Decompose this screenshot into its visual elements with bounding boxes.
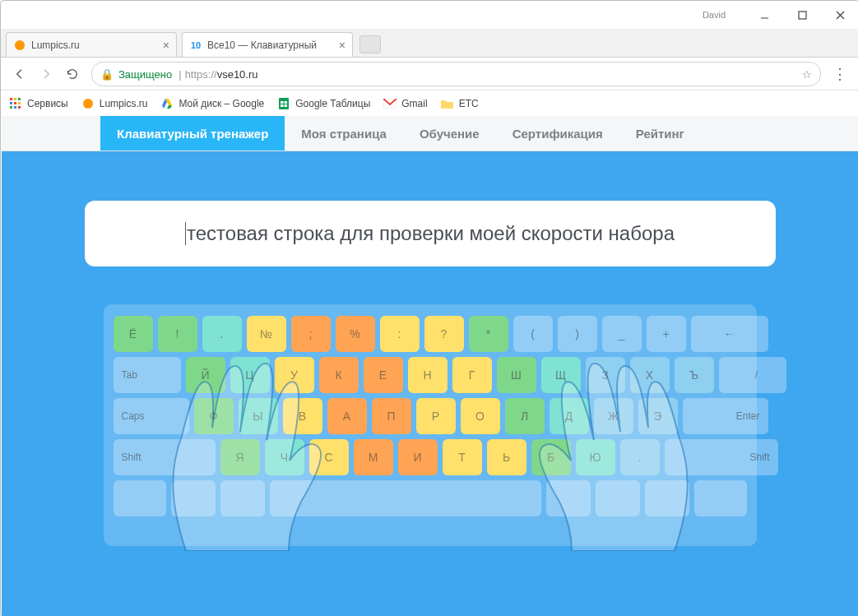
- key[interactable]: /: [719, 357, 786, 393]
- tab-close-icon[interactable]: ×: [163, 39, 169, 51]
- url-input[interactable]: 🔒 Защищено | https:// vse10.ru ☆: [91, 62, 821, 86]
- window-user-label: David: [703, 10, 726, 20]
- svg-rect-1: [799, 12, 806, 19]
- left-hand-icon: [137, 337, 383, 551]
- folder-icon: [441, 97, 454, 110]
- new-tab-button[interactable]: [359, 35, 381, 53]
- bookmark-apps[interactable]: Сервисы: [9, 97, 68, 110]
- site-nav: Клавиатурный тренажер Моя страница Обуче…: [2, 116, 858, 151]
- page-content: Клавиатурный тренажер Моя страница Обуче…: [2, 116, 858, 616]
- bookmark-star-icon[interactable]: ☆: [802, 68, 812, 81]
- google-drive-icon: [160, 97, 174, 110]
- svg-rect-5: [10, 98, 12, 100]
- apps-grid-icon: [9, 97, 22, 110]
- favicon-vse10-icon: 10: [189, 39, 202, 52]
- bookmark-gmail[interactable]: Gmail: [383, 97, 427, 110]
- bookmark-etc[interactable]: ETC: [441, 97, 479, 110]
- svg-rect-9: [14, 102, 16, 104]
- bookmark-drive[interactable]: Мой диск – Google: [160, 97, 264, 110]
- favicon-lumpics-icon: [81, 97, 95, 110]
- gmail-icon: [383, 97, 397, 110]
- nav-back-button[interactable]: [7, 62, 32, 86]
- bookmark-label: ETC: [459, 98, 479, 109]
- lock-icon: 🔒: [100, 68, 114, 81]
- tab-lumpics[interactable]: Lumpics.ru ×: [6, 32, 177, 57]
- virtual-keyboard: Ё ! . № ; % : ? * ( ) _ + ← Tab: [104, 304, 757, 546]
- window-close-button[interactable]: [821, 1, 858, 29]
- svg-point-14: [83, 99, 93, 109]
- secure-label: Защищено: [118, 68, 172, 81]
- bookmark-label: Gmail: [401, 98, 427, 109]
- favicon-lumpics-icon: [13, 39, 26, 52]
- url-host: vse10.ru: [217, 68, 258, 81]
- key[interactable]: И: [398, 439, 438, 475]
- tab-vse10[interactable]: 10 Все10 — Клавиатурный ×: [182, 32, 353, 57]
- svg-rect-10: [18, 102, 21, 104]
- key[interactable]: Т: [443, 439, 482, 475]
- nav-keyboard-trainer[interactable]: Клавиатурный тренажер: [100, 116, 285, 151]
- trainer-area: тестовая строка для проверки моей скорос…: [2, 151, 858, 616]
- nav-my-page[interactable]: Моя страница: [285, 116, 403, 151]
- url-separator: |: [179, 68, 181, 81]
- tab-close-icon[interactable]: ×: [339, 39, 346, 51]
- bookmark-sheets[interactable]: Google Таблицы: [277, 97, 370, 110]
- google-sheets-icon: [277, 97, 290, 110]
- browser-window: David Lumpics.ru × 10 Все10 — Клавиатурн…: [0, 0, 858, 616]
- url-protocol: https://: [185, 68, 217, 81]
- key[interactable]: Н: [408, 357, 448, 393]
- nav-reload-button[interactable]: [60, 62, 85, 86]
- key[interactable]: ?: [424, 316, 464, 352]
- svg-rect-6: [14, 98, 16, 100]
- bookmarks-bar: Сервисы Lumpics.ru Мой диск – Google Goo…: [1, 90, 858, 118]
- typing-input[interactable]: тестовая строка для проверки моей скорос…: [85, 201, 776, 266]
- svg-point-4: [15, 40, 25, 50]
- text-cursor-icon: [185, 222, 186, 245]
- nav-forward-button[interactable]: [34, 62, 58, 86]
- bookmark-label: Мой диск – Google: [179, 98, 264, 109]
- window-maximize-button[interactable]: [783, 1, 821, 29]
- right-hand-icon: [477, 337, 724, 551]
- window-titlebar: David: [1, 1, 858, 30]
- svg-rect-12: [14, 106, 16, 109]
- tab-strip: Lumpics.ru × 10 Все10 — Клавиатурный ×: [1, 29, 858, 58]
- svg-rect-11: [10, 106, 12, 109]
- bookmark-label: Сервисы: [27, 98, 68, 109]
- address-bar: 🔒 Защищено | https:// vse10.ru ☆ ⋮: [1, 58, 858, 90]
- browser-menu-button[interactable]: ⋮: [828, 65, 852, 83]
- window-minimize-button[interactable]: [745, 1, 783, 29]
- nav-rating[interactable]: Рейтинг: [619, 116, 701, 151]
- nav-learning[interactable]: Обучение: [403, 116, 496, 151]
- svg-rect-8: [10, 102, 12, 104]
- key[interactable]: :: [380, 316, 420, 352]
- nav-certification[interactable]: Сертификация: [496, 116, 619, 151]
- svg-rect-7: [18, 98, 21, 100]
- svg-rect-13: [18, 106, 21, 109]
- bookmark-lumpics[interactable]: Lumpics.ru: [81, 97, 148, 110]
- bookmark-label: Google Таблицы: [295, 98, 370, 109]
- svg-marker-16: [167, 105, 172, 109]
- bookmark-label: Lumpics.ru: [100, 98, 148, 109]
- tab-label: Lumpics.ru: [31, 39, 80, 51]
- key[interactable]: Р: [416, 398, 456, 434]
- tab-label: Все10 — Клавиатурный: [207, 39, 317, 51]
- typing-prompt-text: тестовая строка для проверки моей скорос…: [187, 222, 675, 245]
